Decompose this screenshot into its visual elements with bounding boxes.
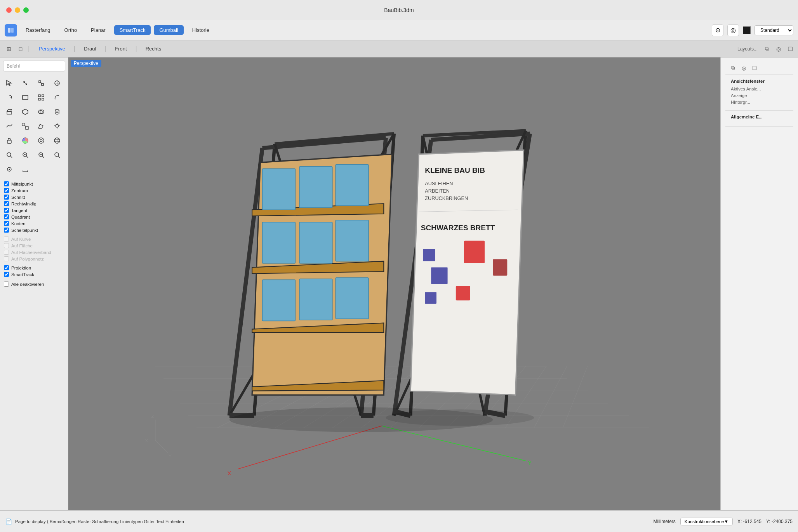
tab-front[interactable]: Front <box>107 43 134 54</box>
select-tool[interactable] <box>2 76 16 90</box>
extrude-tool[interactable] <box>2 105 16 119</box>
planar-button[interactable]: Planar <box>85 25 111 35</box>
zoom-magnify-tool[interactable] <box>2 148 16 162</box>
circle-tool[interactable] <box>50 76 64 90</box>
layers-icon[interactable]: ⧉ <box>762 44 772 54</box>
y-coord: Y: -2400.375 <box>766 519 793 524</box>
viewport[interactable]: Perspektive <box>68 57 798 510</box>
svg-rect-101 <box>263 169 296 210</box>
command-input[interactable] <box>3 61 65 71</box>
3d-scene[interactable]: X Y Z Y X <box>68 57 798 510</box>
sep2: | <box>105 45 106 52</box>
status-right: Millimeters Konstruktionsebene▼ X: -612.… <box>654 518 793 525</box>
snap-projektion-checkbox[interactable] <box>4 265 9 270</box>
svg-rect-131 <box>431 268 447 284</box>
snap-tangent-checkbox[interactable] <box>4 208 9 213</box>
zoom-in-tool[interactable] <box>18 148 32 162</box>
snap-auf-flaeche-checkbox[interactable] <box>4 243 9 248</box>
snap-zentrum: Zentrum <box>4 187 64 194</box>
historie-button[interactable]: Historie <box>187 25 215 35</box>
texture-tool[interactable] <box>34 134 48 148</box>
pipe-tool[interactable] <box>50 105 64 119</box>
zoom-all-tool[interactable] <box>50 148 64 162</box>
single-view-icon[interactable]: □ <box>15 43 26 55</box>
svg-rect-130 <box>493 259 507 275</box>
properties-panel: ⧉ ◎ ❑ Ansichtsfenster Aktives Ansic... A… <box>720 57 798 510</box>
snap-auf-kurve-label: Auf Kurve <box>11 237 31 242</box>
polyline-tool[interactable] <box>34 76 48 90</box>
light-tool[interactable] <box>50 119 64 133</box>
zoom-out-tool[interactable] <box>34 148 48 162</box>
svg-text:Y: Y <box>169 453 172 458</box>
color-wheel-tool[interactable] <box>18 134 32 148</box>
svg-text:ZURÜCKBRINGEN: ZURÜCKBRINGEN <box>425 195 468 201</box>
snap-rechtwinklig-checkbox[interactable] <box>4 201 9 206</box>
props-display-icon[interactable]: ◎ <box>739 64 748 72</box>
snap-knoten-checkbox[interactable] <box>4 221 9 226</box>
smarttrack-button[interactable]: SmartTrack <box>114 25 151 35</box>
svg-marker-11 <box>10 96 12 99</box>
svg-point-29 <box>56 124 59 127</box>
target-icon-btn[interactable]: ⊙ <box>712 24 723 36</box>
tab-perspektive[interactable]: Perspektive <box>31 43 73 54</box>
rasterfang-button[interactable]: Rasterfang <box>20 25 56 35</box>
svg-rect-15 <box>38 98 40 100</box>
boolean-tool[interactable] <box>34 105 48 119</box>
surface-tool[interactable] <box>2 119 16 133</box>
sidebar-icon <box>8 27 14 33</box>
point-tool[interactable] <box>18 76 32 90</box>
construction-level-button[interactable]: Konstruktionsebene▼ <box>680 518 733 525</box>
props-render-icon[interactable]: ❑ <box>750 64 759 72</box>
snap-schnitt-checkbox[interactable] <box>4 195 9 200</box>
dimension-tool[interactable] <box>18 162 32 176</box>
svg-rect-6 <box>42 83 43 85</box>
snap-quadrant-checkbox[interactable] <box>4 214 9 219</box>
maximize-button[interactable] <box>23 7 29 13</box>
display-icon[interactable]: ◎ <box>774 44 783 54</box>
props-layers-icon[interactable]: ⧉ <box>728 64 737 72</box>
snap-quadrant-label: Quadrant <box>11 215 30 219</box>
rect-tool[interactable] <box>18 90 32 104</box>
snap-smarttrack-checkbox[interactable] <box>4 272 9 277</box>
snap-auf-kurve-checkbox[interactable] <box>4 236 9 242</box>
layer-select[interactable]: Standard <box>755 25 793 35</box>
close-button[interactable] <box>6 7 12 13</box>
arc-tool[interactable] <box>50 90 64 104</box>
snap-rechtwinklig-label: Rechtwinklig <box>11 202 37 206</box>
layouts-button[interactable]: Layouts... <box>733 45 762 53</box>
snap-auf-flaeche-label: Auf Fläche <box>11 243 33 248</box>
snap-projektion: Projektion <box>4 264 64 271</box>
traffic-lights <box>6 7 29 13</box>
tab-drauf[interactable]: Drauf <box>76 43 104 54</box>
color-swatch[interactable] <box>743 26 751 34</box>
snap-auf-polygonnetz: Auf Polygonnetz <box>4 256 64 262</box>
gumball-button[interactable]: Gumball <box>154 25 183 35</box>
solid-tool[interactable] <box>18 105 32 119</box>
snap-auf-polygonnetz-checkbox[interactable] <box>4 256 9 261</box>
tab-rechts[interactable]: Rechts <box>138 43 169 54</box>
svg-line-4 <box>24 82 26 84</box>
minimize-button[interactable] <box>15 7 20 13</box>
environment-tool[interactable] <box>50 134 64 148</box>
array-tool[interactable] <box>34 90 48 104</box>
snap-scheitelpunkt-checkbox[interactable] <box>4 228 9 233</box>
status-message: Page to display ( Bemaßungen Raster Schr… <box>15 519 184 524</box>
snap-scheitelpunkt-label: Scheitelpunkt <box>11 228 38 233</box>
circle-icon-btn[interactable]: ◎ <box>727 24 739 36</box>
pan-tool[interactable] <box>2 162 16 176</box>
grid-view-icon[interactable]: ⊞ <box>3 43 15 55</box>
sidebar-toggle-button[interactable] <box>5 24 17 37</box>
ortho-button[interactable]: Ortho <box>59 25 83 35</box>
svg-rect-1 <box>11 28 14 33</box>
snap-mittelpunkt-checkbox[interactable] <box>4 181 9 186</box>
render-icon[interactable]: ❑ <box>786 44 795 54</box>
alle-deaktivieren-checkbox[interactable] <box>4 282 9 287</box>
svg-rect-129 <box>423 249 435 261</box>
rotate-tool[interactable] <box>2 90 16 104</box>
props-icons-row: ⧉ ◎ ❑ <box>725 61 793 75</box>
loft-tool[interactable] <box>18 119 32 133</box>
mesh-tool[interactable] <box>34 119 48 133</box>
snap-auf-flaechenverband-checkbox[interactable] <box>4 250 9 255</box>
lock-tool[interactable] <box>2 134 16 148</box>
snap-zentrum-checkbox[interactable] <box>4 188 9 193</box>
